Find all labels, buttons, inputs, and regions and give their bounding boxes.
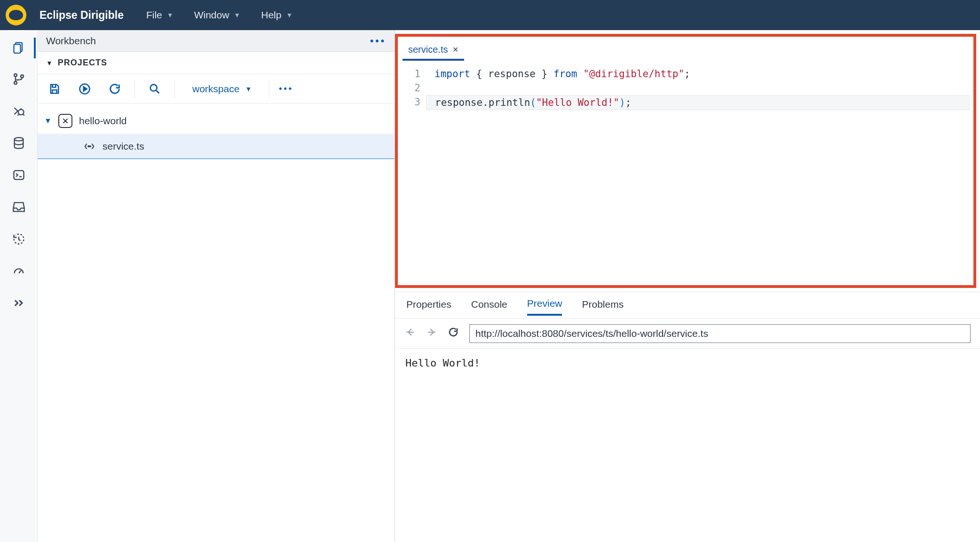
app-title: Eclipse Dirigible xyxy=(40,9,124,22)
svg-point-5 xyxy=(18,110,24,115)
separator xyxy=(134,80,135,97)
activity-inbox[interactable] xyxy=(10,199,27,215)
activity-bar xyxy=(0,30,38,542)
run-button[interactable] xyxy=(74,79,95,99)
code-editor[interactable]: 1 2 3 import { response } from "@dirigib… xyxy=(398,64,973,285)
code-token: { xyxy=(476,68,488,80)
editor-highlight: service.ts ✕ 1 2 3 import { response } f… xyxy=(395,34,976,288)
tab-problems[interactable]: Problems xyxy=(582,299,624,315)
search-button[interactable] xyxy=(144,79,165,99)
terminal-icon xyxy=(12,168,25,182)
svg-point-10 xyxy=(88,145,89,146)
workspace-label: workspace xyxy=(192,83,239,95)
sidepanel-title: Workbench xyxy=(46,35,96,47)
editor-content[interactable]: import { response } from "@dirigible/htt… xyxy=(426,64,973,285)
separator xyxy=(174,80,175,97)
save-icon xyxy=(48,82,61,96)
activity-history[interactable] xyxy=(10,231,27,247)
activity-performance[interactable] xyxy=(10,263,27,279)
tab-properties[interactable]: Properties xyxy=(406,299,451,315)
menu-help[interactable]: Help ▼ xyxy=(261,9,292,21)
svg-point-6 xyxy=(14,137,23,141)
bottom-tabs: Properties Console Preview Problems xyxy=(395,292,980,319)
sidepanel: Workbench ••• ▼ PROJECTS workspace xyxy=(38,30,395,542)
separator xyxy=(269,80,269,97)
code-token: ( xyxy=(530,97,536,108)
code-token: "@dirigible/http" xyxy=(583,68,684,80)
more-icon[interactable]: ••• xyxy=(279,84,293,94)
forward-button[interactable] xyxy=(426,327,437,341)
refresh-icon xyxy=(448,327,459,338)
code-token: "Hello World!" xyxy=(536,97,619,108)
menu-file[interactable]: File ▼ xyxy=(146,9,174,21)
app-logo xyxy=(6,5,26,25)
editor-gutter: 1 2 3 xyxy=(398,64,426,285)
code-token: import xyxy=(435,68,470,80)
reload-button[interactable] xyxy=(448,327,459,341)
line-number: 1 xyxy=(398,67,420,81)
code-token: from xyxy=(553,68,577,80)
database-icon xyxy=(12,136,25,150)
gauge-icon xyxy=(12,264,25,278)
code-token: response.println xyxy=(435,97,530,108)
refresh-button[interactable] xyxy=(104,79,125,99)
preview-url-input[interactable] xyxy=(469,324,971,343)
active-indicator xyxy=(34,38,36,58)
editor-tab-service[interactable]: service.ts ✕ xyxy=(403,40,464,61)
activity-terminal[interactable] xyxy=(10,167,27,183)
workspace-select[interactable]: workspace ▼ xyxy=(184,80,260,98)
activity-git[interactable] xyxy=(10,71,27,88)
menu-window-label: Window xyxy=(194,9,229,21)
preview-text: Hello World! xyxy=(405,357,480,369)
menu-file-label: File xyxy=(146,9,162,21)
main-menu: File ▼ Window ▼ Help ▼ xyxy=(146,9,292,21)
bottom-panel: Properties Console Preview Problems Hell… xyxy=(395,292,980,542)
chevron-down-icon: ▼ xyxy=(286,11,292,19)
chevron-down-icon: ▼ xyxy=(46,59,53,67)
svg-point-11 xyxy=(90,145,91,146)
close-icon[interactable]: ✕ xyxy=(452,45,458,54)
preview-toolbar xyxy=(395,319,980,349)
chevron-down-icon: ▼ xyxy=(167,11,174,19)
section-projects[interactable]: ▼ PROJECTS xyxy=(38,52,395,74)
svg-point-9 xyxy=(150,84,157,91)
project-tree: ▼ hello-world service.ts xyxy=(38,104,395,164)
tree-project[interactable]: ▼ hello-world xyxy=(38,108,395,134)
menu-window[interactable]: Window ▼ xyxy=(194,9,241,21)
activity-more[interactable] xyxy=(10,295,27,311)
chevron-down-icon: ▼ xyxy=(44,117,52,125)
chevrons-icon xyxy=(12,296,25,310)
section-label: PROJECTS xyxy=(58,58,107,68)
search-icon xyxy=(148,82,161,96)
main-area: service.ts ✕ 1 2 3 import { response } f… xyxy=(395,30,980,542)
debug-icon xyxy=(12,104,25,118)
activity-debug[interactable] xyxy=(10,103,27,120)
line-number: 3 xyxy=(398,95,420,109)
editor-tabs: service.ts ✕ xyxy=(398,37,973,64)
svg-rect-7 xyxy=(14,171,24,180)
code-token: ) xyxy=(619,97,625,108)
svg-rect-1 xyxy=(14,44,20,53)
svg-point-2 xyxy=(14,74,17,77)
back-button[interactable] xyxy=(404,327,416,341)
projects-toolbar: workspace ▼ ••• xyxy=(38,74,395,104)
menu-help-label: Help xyxy=(261,9,281,21)
code-token: } xyxy=(536,68,547,80)
inbox-icon xyxy=(12,200,25,214)
activity-database[interactable] xyxy=(10,135,27,151)
activity-workbench[interactable] xyxy=(10,39,27,56)
tab-preview[interactable]: Preview xyxy=(527,298,562,316)
tab-console[interactable]: Console xyxy=(471,299,507,315)
more-icon[interactable]: ••• xyxy=(370,35,386,47)
history-icon xyxy=(12,232,25,246)
arrow-right-icon xyxy=(426,327,437,338)
svg-point-4 xyxy=(21,75,24,78)
files-icon xyxy=(12,40,25,54)
editor-tab-label: service.ts xyxy=(408,44,448,55)
code-file-icon xyxy=(83,140,96,153)
arrow-left-icon xyxy=(404,327,416,338)
save-button[interactable] xyxy=(44,79,65,99)
project-icon xyxy=(58,114,72,128)
preview-output: Hello World! xyxy=(395,349,980,542)
tree-file[interactable]: service.ts xyxy=(38,134,395,159)
